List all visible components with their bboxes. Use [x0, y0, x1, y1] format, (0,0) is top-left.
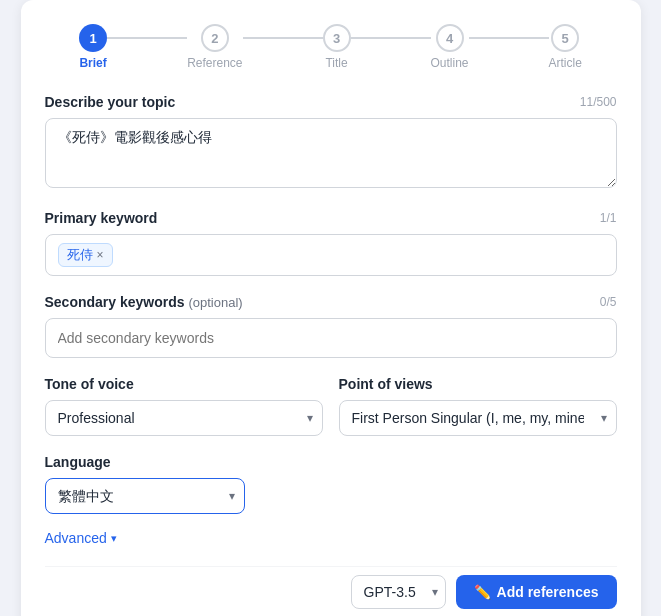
tone-pov-row: Tone of voice Professional Casual Formal… — [45, 376, 617, 436]
language-label: Language — [45, 454, 111, 470]
step-reference: 2 Reference — [187, 24, 242, 70]
step-article: 5 Article — [549, 24, 582, 70]
topic-section: Describe your topic 11/500 《死侍》電影觀後感心得 — [45, 94, 617, 192]
main-container: 1 Brief 2 Reference 3 Title 4 Outline — [21, 0, 641, 616]
pov-label: Point of views — [339, 376, 433, 392]
add-references-label: Add references — [497, 584, 599, 600]
keyword-tag-value: 死侍 — [67, 246, 93, 264]
step-label-outline: Outline — [431, 56, 469, 70]
step-circle-brief: 1 — [79, 24, 107, 52]
topic-char-count: 11/500 — [580, 95, 617, 109]
step-label-reference: Reference — [187, 56, 242, 70]
step-brief: 1 Brief — [79, 24, 107, 70]
advanced-toggle[interactable]: Advanced ▾ — [45, 530, 117, 546]
pencil-icon: ✏️ — [474, 584, 491, 600]
keyword-remove-icon[interactable]: × — [97, 248, 104, 262]
step-line-2 — [243, 37, 323, 39]
step-line-3 — [351, 37, 431, 39]
topic-label: Describe your topic — [45, 94, 176, 110]
pov-select-wrapper: First Person Singular (I, me, my, mine) … — [339, 400, 617, 436]
primary-keyword-label-row: Primary keyword 1/1 — [45, 210, 617, 226]
language-section: Language 繁體中文 English 日本語 한국어 ▾ — [45, 454, 617, 514]
tone-select-wrapper: Professional Casual Formal Friendly Info… — [45, 400, 323, 436]
step-title: 3 Title — [323, 24, 351, 70]
add-references-button[interactable]: ✏️ Add references — [456, 575, 617, 609]
secondary-keywords-input[interactable] — [45, 318, 617, 358]
primary-keyword-char-count: 1/1 — [600, 211, 617, 225]
language-select[interactable]: 繁體中文 English 日本語 한국어 — [45, 478, 245, 514]
topic-input[interactable]: 《死侍》電影觀後感心得 — [45, 118, 617, 188]
topic-label-row: Describe your topic 11/500 — [45, 94, 617, 110]
advanced-label: Advanced — [45, 530, 107, 546]
primary-keyword-box: 死侍 × — [45, 234, 617, 276]
primary-keyword-label: Primary keyword — [45, 210, 158, 226]
pov-select[interactable]: First Person Singular (I, me, my, mine) … — [339, 400, 617, 436]
gpt-select[interactable]: GPT-3.5 GPT-4 — [351, 575, 446, 609]
pov-label-row: Point of views — [339, 376, 617, 392]
footer: GPT-3.5 GPT-4 ▾ ✏️ Add references — [45, 566, 617, 609]
secondary-keywords-label: Secondary keywords (optional) — [45, 294, 243, 310]
tone-label-row: Tone of voice — [45, 376, 323, 392]
secondary-keywords-label-row: Secondary keywords (optional) 0/5 — [45, 294, 617, 310]
step-circle-reference: 2 — [201, 24, 229, 52]
step-circle-outline: 4 — [436, 24, 464, 52]
step-line-4 — [469, 37, 549, 39]
secondary-keywords-section: Secondary keywords (optional) 0/5 — [45, 294, 617, 358]
pov-section: Point of views First Person Singular (I,… — [339, 376, 617, 436]
secondary-keywords-optional: (optional) — [188, 295, 242, 310]
step-circle-article: 5 — [551, 24, 579, 52]
step-outline: 4 Outline — [431, 24, 469, 70]
tone-section: Tone of voice Professional Casual Formal… — [45, 376, 323, 436]
step-label-title: Title — [325, 56, 347, 70]
stepper: 1 Brief 2 Reference 3 Title 4 Outline — [45, 24, 617, 70]
step-label-article: Article — [549, 56, 582, 70]
primary-keyword-section: Primary keyword 1/1 死侍 × — [45, 210, 617, 276]
step-line-1 — [107, 37, 187, 39]
primary-keyword-tag: 死侍 × — [58, 243, 113, 267]
language-label-row: Language — [45, 454, 617, 470]
step-circle-title: 3 — [323, 24, 351, 52]
gpt-select-wrapper: GPT-3.5 GPT-4 ▾ — [351, 575, 446, 609]
secondary-keywords-char-count: 0/5 — [600, 295, 617, 309]
advanced-chevron-icon: ▾ — [111, 532, 117, 545]
tone-label: Tone of voice — [45, 376, 134, 392]
step-label-brief: Brief — [79, 56, 106, 70]
language-select-wrapper: 繁體中文 English 日本語 한국어 ▾ — [45, 478, 245, 514]
tone-select[interactable]: Professional Casual Formal Friendly Info… — [45, 400, 323, 436]
